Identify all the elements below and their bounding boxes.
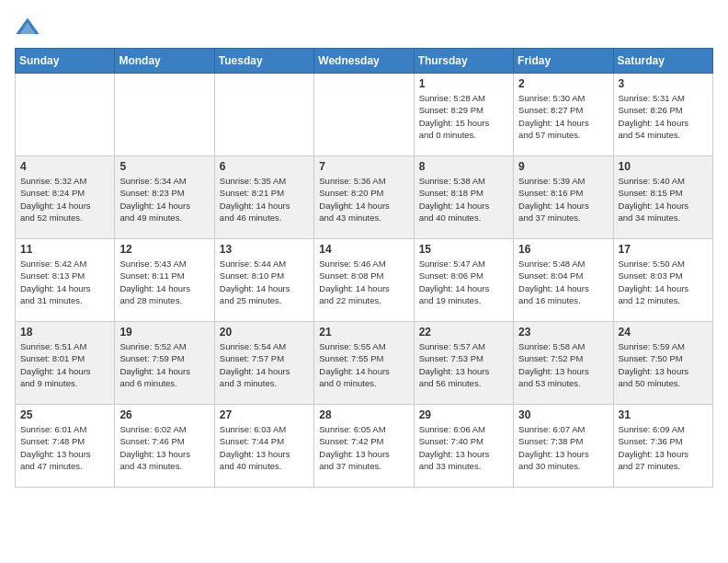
day-info: Sunrise: 5:55 AM Sunset: 7:55 PM Dayligh… — [319, 340, 408, 389]
day-header-friday: Friday — [514, 49, 613, 74]
logo-icon — [15, 15, 40, 40]
calendar-day-cell: 5Sunrise: 5:34 AM Sunset: 8:23 PM Daylig… — [115, 156, 214, 239]
calendar-day-cell: 17Sunrise: 5:50 AM Sunset: 8:03 PM Dayli… — [613, 239, 712, 322]
calendar-day-cell: 18Sunrise: 5:51 AM Sunset: 8:01 PM Dayli… — [16, 322, 115, 405]
calendar-week-row: 11Sunrise: 5:42 AM Sunset: 8:13 PM Dayli… — [16, 239, 713, 322]
day-info: Sunrise: 5:31 AM Sunset: 8:26 PM Dayligh… — [619, 92, 708, 141]
day-number: 28 — [319, 408, 408, 421]
day-info: Sunrise: 5:32 AM Sunset: 8:24 PM Dayligh… — [20, 175, 109, 224]
day-number: 30 — [518, 408, 608, 421]
day-number: 20 — [220, 326, 309, 339]
day-info: Sunrise: 5:58 AM Sunset: 7:52 PM Dayligh… — [518, 340, 608, 389]
calendar-day-cell: 22Sunrise: 5:57 AM Sunset: 7:53 PM Dayli… — [414, 322, 513, 405]
day-number: 12 — [119, 243, 209, 256]
day-header-tuesday: Tuesday — [214, 49, 313, 74]
day-info: Sunrise: 5:46 AM Sunset: 8:08 PM Dayligh… — [319, 258, 408, 306]
day-number: 7 — [319, 160, 408, 173]
calendar-week-row: 4Sunrise: 5:32 AM Sunset: 8:24 PM Daylig… — [16, 156, 713, 239]
day-number: 11 — [20, 243, 109, 256]
day-number: 27 — [220, 408, 309, 421]
calendar-day-cell: 9Sunrise: 5:39 AM Sunset: 8:16 PM Daylig… — [514, 156, 613, 239]
calendar-day-cell: 19Sunrise: 5:52 AM Sunset: 7:59 PM Dayli… — [115, 322, 214, 405]
day-info: Sunrise: 5:52 AM Sunset: 7:59 PM Dayligh… — [119, 340, 209, 389]
day-number: 24 — [619, 326, 708, 339]
day-number: 31 — [619, 408, 708, 421]
day-info: Sunrise: 6:09 AM Sunset: 7:36 PM Dayligh… — [619, 423, 708, 472]
day-info: Sunrise: 5:40 AM Sunset: 8:15 PM Dayligh… — [619, 175, 708, 224]
day-info: Sunrise: 5:28 AM Sunset: 8:29 PM Dayligh… — [419, 92, 508, 141]
calendar-day-cell: 20Sunrise: 5:54 AM Sunset: 7:57 PM Dayli… — [214, 322, 313, 405]
calendar-day-cell: 27Sunrise: 6:03 AM Sunset: 7:44 PM Dayli… — [214, 405, 313, 488]
logo — [15, 15, 44, 40]
calendar-day-cell — [115, 74, 214, 156]
calendar-day-cell: 8Sunrise: 5:38 AM Sunset: 8:18 PM Daylig… — [414, 156, 513, 239]
calendar-day-cell — [16, 74, 115, 156]
calendar-day-cell — [314, 74, 414, 156]
calendar-day-cell: 2Sunrise: 5:30 AM Sunset: 8:27 PM Daylig… — [514, 74, 613, 156]
day-info: Sunrise: 5:39 AM Sunset: 8:16 PM Dayligh… — [518, 175, 608, 224]
calendar-day-cell: 24Sunrise: 5:59 AM Sunset: 7:50 PM Dayli… — [613, 322, 712, 405]
day-number: 8 — [419, 160, 508, 173]
day-number: 29 — [419, 408, 508, 421]
day-number: 9 — [518, 160, 608, 173]
calendar-day-cell: 15Sunrise: 5:47 AM Sunset: 8:06 PM Dayli… — [414, 239, 513, 322]
day-info: Sunrise: 6:03 AM Sunset: 7:44 PM Dayligh… — [220, 423, 309, 472]
day-number: 2 — [518, 77, 608, 90]
calendar-week-row: 1Sunrise: 5:28 AM Sunset: 8:29 PM Daylig… — [16, 74, 713, 156]
day-info: Sunrise: 5:38 AM Sunset: 8:18 PM Dayligh… — [419, 175, 508, 224]
calendar-day-cell: 29Sunrise: 6:06 AM Sunset: 7:40 PM Dayli… — [414, 405, 513, 488]
day-number: 3 — [619, 77, 708, 90]
day-info: Sunrise: 6:02 AM Sunset: 7:46 PM Dayligh… — [119, 423, 209, 472]
day-number: 4 — [20, 160, 109, 173]
day-number: 23 — [518, 326, 608, 339]
day-info: Sunrise: 6:07 AM Sunset: 7:38 PM Dayligh… — [518, 423, 608, 472]
calendar-day-cell: 6Sunrise: 5:35 AM Sunset: 8:21 PM Daylig… — [214, 156, 313, 239]
day-info: Sunrise: 5:36 AM Sunset: 8:20 PM Dayligh… — [319, 175, 408, 224]
day-number: 18 — [20, 326, 109, 339]
day-number: 25 — [20, 408, 109, 421]
calendar-day-cell: 13Sunrise: 5:44 AM Sunset: 8:10 PM Dayli… — [214, 239, 313, 322]
day-header-saturday: Saturday — [613, 49, 712, 74]
day-number: 5 — [119, 160, 209, 173]
day-number: 21 — [319, 326, 408, 339]
day-info: Sunrise: 5:47 AM Sunset: 8:06 PM Dayligh… — [419, 258, 508, 306]
calendar-week-row: 25Sunrise: 6:01 AM Sunset: 7:48 PM Dayli… — [16, 405, 713, 488]
calendar-day-cell: 30Sunrise: 6:07 AM Sunset: 7:38 PM Dayli… — [514, 405, 613, 488]
calendar-day-cell — [214, 74, 313, 156]
page-header — [15, 15, 713, 40]
calendar-table: SundayMondayTuesdayWednesdayThursdayFrid… — [15, 48, 713, 488]
day-info: Sunrise: 5:59 AM Sunset: 7:50 PM Dayligh… — [619, 340, 708, 389]
day-info: Sunrise: 5:34 AM Sunset: 8:23 PM Dayligh… — [119, 175, 209, 224]
day-header-thursday: Thursday — [414, 49, 513, 74]
day-info: Sunrise: 5:30 AM Sunset: 8:27 PM Dayligh… — [518, 92, 608, 141]
calendar-day-cell: 10Sunrise: 5:40 AM Sunset: 8:15 PM Dayli… — [613, 156, 712, 239]
day-info: Sunrise: 6:05 AM Sunset: 7:42 PM Dayligh… — [319, 423, 408, 472]
calendar-day-cell: 1Sunrise: 5:28 AM Sunset: 8:29 PM Daylig… — [414, 74, 513, 156]
day-info: Sunrise: 5:48 AM Sunset: 8:04 PM Dayligh… — [518, 258, 608, 306]
calendar-day-cell: 25Sunrise: 6:01 AM Sunset: 7:48 PM Dayli… — [16, 405, 115, 488]
day-info: Sunrise: 5:57 AM Sunset: 7:53 PM Dayligh… — [419, 340, 508, 389]
day-number: 1 — [419, 77, 508, 90]
day-number: 26 — [119, 408, 209, 421]
calendar-week-row: 18Sunrise: 5:51 AM Sunset: 8:01 PM Dayli… — [16, 322, 713, 405]
calendar-day-cell: 31Sunrise: 6:09 AM Sunset: 7:36 PM Dayli… — [613, 405, 712, 488]
day-number: 19 — [119, 326, 209, 339]
day-number: 10 — [619, 160, 708, 173]
day-info: Sunrise: 5:43 AM Sunset: 8:11 PM Dayligh… — [119, 258, 209, 306]
calendar-day-cell: 11Sunrise: 5:42 AM Sunset: 8:13 PM Dayli… — [16, 239, 115, 322]
calendar-day-cell: 3Sunrise: 5:31 AM Sunset: 8:26 PM Daylig… — [613, 74, 712, 156]
day-info: Sunrise: 6:06 AM Sunset: 7:40 PM Dayligh… — [419, 423, 508, 472]
day-number: 16 — [518, 243, 608, 256]
calendar-header-row: SundayMondayTuesdayWednesdayThursdayFrid… — [16, 49, 713, 74]
calendar-day-cell: 4Sunrise: 5:32 AM Sunset: 8:24 PM Daylig… — [16, 156, 115, 239]
day-info: Sunrise: 5:44 AM Sunset: 8:10 PM Dayligh… — [220, 258, 309, 306]
calendar-day-cell: 28Sunrise: 6:05 AM Sunset: 7:42 PM Dayli… — [314, 405, 414, 488]
day-info: Sunrise: 5:35 AM Sunset: 8:21 PM Dayligh… — [220, 175, 309, 224]
day-number: 15 — [419, 243, 508, 256]
calendar-day-cell: 26Sunrise: 6:02 AM Sunset: 7:46 PM Dayli… — [115, 405, 214, 488]
day-info: Sunrise: 5:54 AM Sunset: 7:57 PM Dayligh… — [220, 340, 309, 389]
calendar-day-cell: 16Sunrise: 5:48 AM Sunset: 8:04 PM Dayli… — [514, 239, 613, 322]
day-number: 22 — [419, 326, 508, 339]
day-number: 14 — [319, 243, 408, 256]
day-number: 13 — [220, 243, 309, 256]
